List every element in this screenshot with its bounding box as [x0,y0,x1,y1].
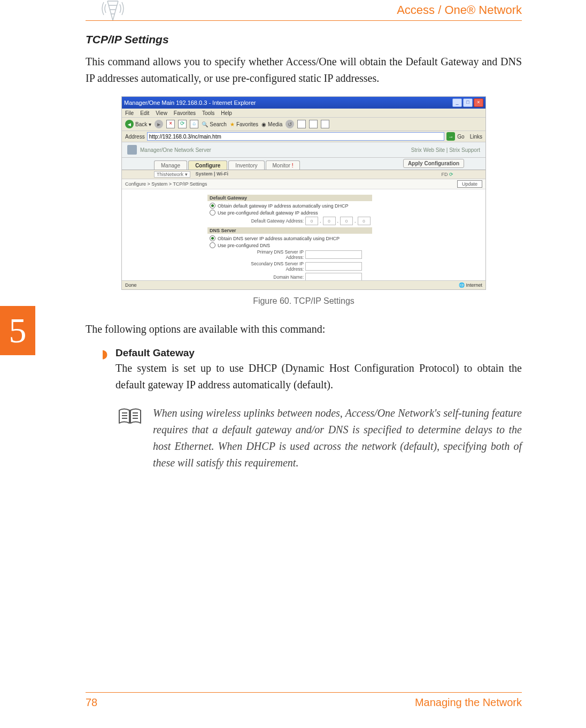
dns-static-radio[interactable] [210,242,215,248]
maximize-button[interactable]: □ [463,98,473,107]
app-header-links[interactable]: Strix Web Site | Strix Support [411,147,480,153]
mail-icon[interactable] [297,120,306,128]
screenshot-frame: Manager/One Main 192.168.0.3 - Internet … [121,96,486,290]
figure-caption: Figure 60. TCP/IP Settings [86,296,522,306]
secondary-dns-input[interactable] [305,262,362,271]
header-brand: Access / One® Network [397,3,522,17]
edit-icon[interactable] [321,120,329,128]
app-title: Manager/One Network Server [140,147,211,153]
go-label: Go [457,134,464,140]
gateway-static-radio[interactable] [210,210,215,216]
domain-name-label: Domain Name: [240,274,304,280]
header-rule [86,20,522,21]
update-button[interactable]: Update [457,180,482,188]
internet-zone-icon: 🌐 [459,282,465,288]
back-icon[interactable]: ◄ [125,120,134,128]
following-options-line: The following options are available with… [86,321,522,338]
gateway-dhcp-radio[interactable] [210,203,215,209]
media-icon[interactable]: ◉ [261,121,266,127]
intro-paragraph: This command allows you to specify wheth… [86,53,522,87]
note-text: When using wireless uplinks between node… [153,405,522,471]
chapter-tab: 5 [0,306,35,355]
option-title: Default Gateway [115,347,522,359]
browser-menubar[interactable]: File Edit View Favorites Tools Help [122,109,485,118]
links-label[interactable]: Links [470,134,482,140]
home-icon[interactable]: ⌂ [190,120,198,128]
address-input[interactable] [147,132,445,141]
refresh-small-icon[interactable]: ⟳ [449,172,453,177]
primary-dns-input[interactable] [305,250,362,259]
breadcrumb: Configure > System > TCP/IP Settings [125,181,207,187]
page-number: 78 [86,696,97,709]
tower-logo-icon [99,0,126,21]
status-right: Internet [466,282,482,288]
gateway-octet-2[interactable] [323,217,336,225]
tab-monitor[interactable]: Monitor ! [266,160,300,170]
gateway-address-label: Default Gateway Address: [240,218,304,224]
close-button[interactable]: × [474,98,483,107]
search-icon[interactable]: 🔍 [202,121,208,127]
tab-inventory[interactable]: Inventory [228,160,264,170]
footer-title: Managing the Network [415,696,522,709]
bullet-icon: ◗ [102,347,109,393]
primary-dns-label: Primary DNS Server IP Address: [240,249,304,260]
option-text: The system is set up to use DHCP (Dynami… [115,360,522,393]
apply-configuration-button[interactable]: Apply Configuration [403,159,464,168]
history-icon[interactable]: ↺ [286,120,294,128]
status-left: Done [125,282,137,288]
gateway-octet-3[interactable] [340,217,353,225]
tab-configure[interactable]: Configure [188,160,227,170]
stop-icon[interactable]: × [166,120,175,128]
favorites-icon[interactable]: ★ [230,121,235,127]
dns-dhcp-radio[interactable] [210,235,215,241]
section-title: TCP/IP Settings [86,33,522,46]
go-button[interactable]: → [446,132,455,141]
forward-icon[interactable]: ► [155,120,163,128]
book-icon [118,407,142,425]
window-title: Manager/One Main 192.168.0.3 - Internet … [124,99,256,106]
minimize-button[interactable]: _ [452,98,462,107]
gateway-octet-1[interactable] [305,217,318,225]
gateway-section-header: Default Gateway [207,195,372,201]
refresh-icon[interactable]: ⟳ [178,120,187,128]
gateway-octet-4[interactable] [358,217,371,225]
dns-section-header: DNS Server [207,227,372,234]
app-logo-icon [127,145,137,155]
tab-manage[interactable]: Manage [154,160,187,170]
secondary-dns-label: Secondary DNS Server IP Address: [240,261,304,272]
browser-toolbar[interactable]: ◄Back ▾ ► × ⟳ ⌂ 🔍Search ★Favorites ◉Medi… [122,118,485,131]
address-label: Address [125,134,145,140]
print-icon[interactable] [309,120,318,128]
footer-rule [86,692,522,693]
